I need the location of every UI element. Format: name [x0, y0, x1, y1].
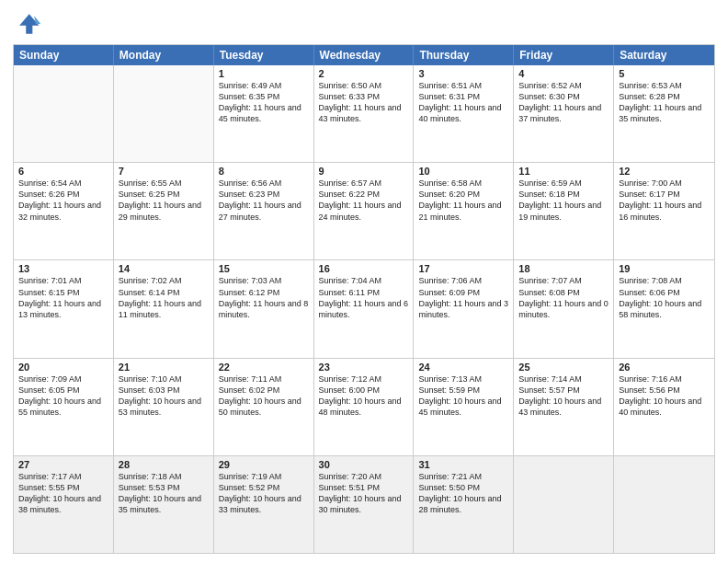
cell-info: Sunrise: 7:12 AM Sunset: 6:00 PM Dayligh… — [319, 373, 409, 419]
calendar-cell: 19Sunrise: 7:08 AM Sunset: 6:06 PM Dayli… — [614, 260, 714, 357]
cell-info: Sunrise: 7:04 AM Sunset: 6:11 PM Dayligh… — [319, 275, 409, 320]
calendar-header-cell: Friday — [514, 45, 614, 65]
day-number: 14 — [119, 263, 209, 274]
cell-info: Sunrise: 7:06 AM Sunset: 6:09 PM Dayligh… — [418, 275, 508, 320]
cell-info: Sunrise: 7:14 AM Sunset: 5:57 PM Dayligh… — [518, 373, 609, 419]
calendar-body: 1Sunrise: 6:49 AM Sunset: 6:35 PM Daylig… — [14, 65, 714, 553]
calendar-row: 1Sunrise: 6:49 AM Sunset: 6:35 PM Daylig… — [14, 65, 714, 162]
header — [13, 9, 715, 39]
calendar-cell: 2Sunrise: 6:50 AM Sunset: 6:33 PM Daylig… — [314, 65, 415, 162]
calendar-cell: 24Sunrise: 7:13 AM Sunset: 5:59 PM Dayli… — [414, 359, 514, 455]
calendar-header-cell: Thursday — [414, 45, 514, 65]
day-number: 18 — [518, 263, 609, 274]
cell-info: Sunrise: 7:20 AM Sunset: 5:51 PM Dayligh… — [319, 471, 409, 516]
calendar-cell: 31Sunrise: 7:21 AM Sunset: 5:50 PM Dayli… — [414, 456, 514, 553]
day-number: 23 — [319, 362, 409, 373]
calendar-cell: 17Sunrise: 7:06 AM Sunset: 6:09 PM Dayli… — [414, 260, 514, 357]
calendar-cell: 4Sunrise: 6:52 AM Sunset: 6:30 PM Daylig… — [514, 65, 614, 162]
cell-info: Sunrise: 6:59 AM Sunset: 6:18 PM Dayligh… — [518, 178, 609, 223]
day-number: 28 — [119, 459, 209, 470]
cell-info: Sunrise: 7:02 AM Sunset: 6:14 PM Dayligh… — [119, 275, 209, 320]
day-number: 26 — [619, 362, 710, 373]
calendar-cell: 5Sunrise: 6:53 AM Sunset: 6:28 PM Daylig… — [614, 65, 714, 162]
calendar-cell: 27Sunrise: 7:17 AM Sunset: 5:55 PM Dayli… — [14, 456, 114, 553]
day-number: 27 — [18, 459, 108, 470]
day-number: 13 — [18, 263, 108, 274]
cell-info: Sunrise: 6:52 AM Sunset: 6:30 PM Dayligh… — [518, 80, 609, 125]
day-number: 9 — [319, 166, 409, 177]
calendar-cell: 9Sunrise: 6:57 AM Sunset: 6:22 PM Daylig… — [314, 163, 415, 259]
calendar-row: 20Sunrise: 7:09 AM Sunset: 6:05 PM Dayli… — [14, 358, 714, 455]
day-number: 17 — [418, 263, 508, 274]
calendar-cell: 7Sunrise: 6:55 AM Sunset: 6:25 PM Daylig… — [114, 163, 214, 259]
generalblue-logo-icon — [13, 9, 42, 39]
calendar-header-cell: Wednesday — [314, 45, 415, 65]
calendar-cell: 20Sunrise: 7:09 AM Sunset: 6:05 PM Dayli… — [14, 359, 114, 455]
cell-info: Sunrise: 6:58 AM Sunset: 6:20 PM Dayligh… — [418, 178, 508, 223]
cell-info: Sunrise: 7:00 AM Sunset: 6:17 PM Dayligh… — [619, 178, 710, 223]
cell-info: Sunrise: 7:07 AM Sunset: 6:08 PM Dayligh… — [518, 275, 609, 320]
logo — [13, 9, 46, 39]
calendar-cell: 15Sunrise: 7:03 AM Sunset: 6:12 PM Dayli… — [214, 260, 314, 357]
calendar-cell: 10Sunrise: 6:58 AM Sunset: 6:20 PM Dayli… — [414, 163, 514, 259]
cell-info: Sunrise: 7:19 AM Sunset: 5:52 PM Dayligh… — [219, 471, 309, 516]
calendar-cell: 22Sunrise: 7:11 AM Sunset: 6:02 PM Dayli… — [214, 359, 314, 455]
cell-info: Sunrise: 6:49 AM Sunset: 6:35 PM Dayligh… — [219, 80, 309, 125]
calendar-cell: 6Sunrise: 6:54 AM Sunset: 6:26 PM Daylig… — [14, 163, 114, 259]
cell-info: Sunrise: 7:09 AM Sunset: 6:05 PM Dayligh… — [18, 373, 108, 419]
calendar-cell: 21Sunrise: 7:10 AM Sunset: 6:03 PM Dayli… — [114, 359, 214, 455]
calendar-header-cell: Tuesday — [214, 45, 314, 65]
calendar-cell: 13Sunrise: 7:01 AM Sunset: 6:15 PM Dayli… — [14, 260, 114, 357]
cell-info: Sunrise: 7:13 AM Sunset: 5:59 PM Dayligh… — [418, 373, 508, 419]
calendar-cell: 14Sunrise: 7:02 AM Sunset: 6:14 PM Dayli… — [114, 260, 214, 357]
day-number: 31 — [418, 459, 508, 470]
day-number: 20 — [18, 362, 108, 373]
day-number: 8 — [219, 166, 309, 177]
calendar-cell: 11Sunrise: 6:59 AM Sunset: 6:18 PM Dayli… — [514, 163, 614, 259]
calendar-cell: 23Sunrise: 7:12 AM Sunset: 6:00 PM Dayli… — [314, 359, 415, 455]
day-number: 1 — [219, 68, 309, 79]
day-number: 29 — [219, 459, 309, 470]
calendar-cell: 28Sunrise: 7:18 AM Sunset: 5:53 PM Dayli… — [114, 456, 214, 553]
cell-info: Sunrise: 6:57 AM Sunset: 6:22 PM Dayligh… — [319, 178, 409, 223]
cell-info: Sunrise: 7:01 AM Sunset: 6:15 PM Dayligh… — [18, 275, 108, 320]
day-number: 5 — [619, 68, 710, 79]
day-number: 10 — [418, 166, 508, 177]
day-number: 25 — [518, 362, 609, 373]
calendar-header-cell: Sunday — [14, 45, 114, 65]
cell-info: Sunrise: 7:16 AM Sunset: 5:56 PM Dayligh… — [619, 373, 710, 419]
cell-info: Sunrise: 7:18 AM Sunset: 5:53 PM Dayligh… — [119, 471, 209, 516]
calendar-cell: 30Sunrise: 7:20 AM Sunset: 5:51 PM Dayli… — [314, 456, 415, 553]
calendar-cell: 25Sunrise: 7:14 AM Sunset: 5:57 PM Dayli… — [514, 359, 614, 455]
calendar-cell: 1Sunrise: 6:49 AM Sunset: 6:35 PM Daylig… — [214, 65, 314, 162]
day-number: 4 — [518, 68, 609, 79]
cell-info: Sunrise: 7:17 AM Sunset: 5:55 PM Dayligh… — [18, 471, 108, 516]
calendar-cell — [614, 456, 714, 553]
calendar-cell — [514, 456, 614, 553]
day-number: 21 — [119, 362, 209, 373]
cell-info: Sunrise: 7:03 AM Sunset: 6:12 PM Dayligh… — [219, 275, 309, 320]
calendar-header-cell: Saturday — [614, 45, 714, 65]
calendar-cell: 29Sunrise: 7:19 AM Sunset: 5:52 PM Dayli… — [214, 456, 314, 553]
calendar-cell — [14, 65, 114, 162]
cell-info: Sunrise: 6:55 AM Sunset: 6:25 PM Dayligh… — [119, 178, 209, 223]
day-number: 16 — [319, 263, 409, 274]
calendar-row: 13Sunrise: 7:01 AM Sunset: 6:15 PM Dayli… — [14, 259, 714, 357]
calendar-cell: 18Sunrise: 7:07 AM Sunset: 6:08 PM Dayli… — [514, 260, 614, 357]
cell-info: Sunrise: 6:50 AM Sunset: 6:33 PM Dayligh… — [319, 80, 409, 125]
day-number: 2 — [319, 68, 409, 79]
day-number: 3 — [418, 68, 508, 79]
calendar-cell: 26Sunrise: 7:16 AM Sunset: 5:56 PM Dayli… — [614, 359, 714, 455]
calendar-header-cell: Monday — [114, 45, 214, 65]
calendar-cell: 12Sunrise: 7:00 AM Sunset: 6:17 PM Dayli… — [614, 163, 714, 259]
calendar: SundayMondayTuesdayWednesdayThursdayFrid… — [13, 44, 715, 554]
cell-info: Sunrise: 6:56 AM Sunset: 6:23 PM Dayligh… — [219, 178, 309, 223]
cell-info: Sunrise: 7:10 AM Sunset: 6:03 PM Dayligh… — [119, 373, 209, 419]
day-number: 15 — [219, 263, 309, 274]
day-number: 19 — [619, 263, 710, 274]
day-number: 6 — [18, 166, 108, 177]
calendar-cell: 16Sunrise: 7:04 AM Sunset: 6:11 PM Dayli… — [314, 260, 415, 357]
day-number: 22 — [219, 362, 309, 373]
cell-info: Sunrise: 6:51 AM Sunset: 6:31 PM Dayligh… — [418, 80, 508, 125]
cell-info: Sunrise: 7:11 AM Sunset: 6:02 PM Dayligh… — [219, 373, 309, 419]
